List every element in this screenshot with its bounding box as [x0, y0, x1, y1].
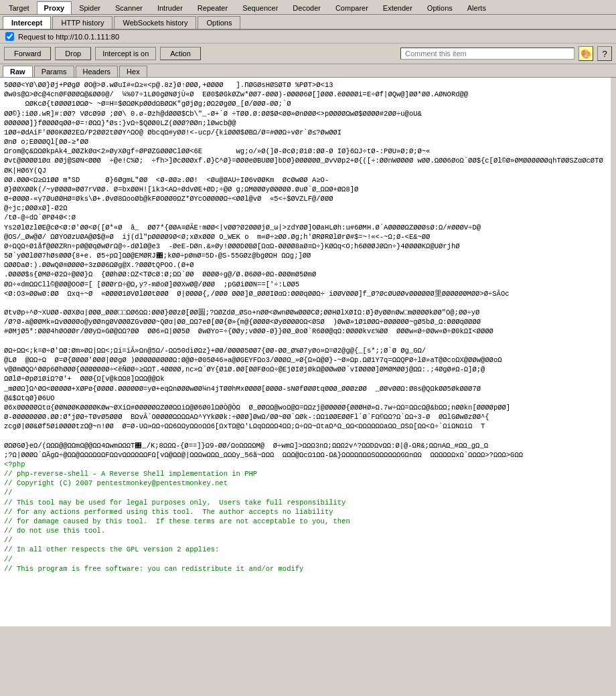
- action-button[interactable]: Action: [160, 47, 201, 60]
- request-body-container: 5ØØØ<YØ\ØØ}Øj+PØgØ ØO@>Ø.wØuI#«Ω≥«<p@.8z…: [0, 78, 616, 626]
- main-menu-bar: Target Proxy Spider Scanner Intruder Rep…: [0, 0, 616, 15]
- drop-button[interactable]: Drop: [55, 47, 91, 60]
- viewtab-headers[interactable]: Headers: [76, 66, 119, 77]
- request-label: Request to http://10.0.1.111:80: [18, 33, 119, 41]
- tab-comparer[interactable]: Comparer: [328, 1, 376, 14]
- tab-proxy[interactable]: Proxy: [37, 1, 72, 14]
- toolbar: Forward Drop Intercept is on Action 🎨 ?: [0, 44, 616, 64]
- tab-target[interactable]: Target: [1, 1, 37, 14]
- tab-extender[interactable]: Extender: [376, 1, 420, 14]
- tab-options[interactable]: Options: [420, 1, 460, 14]
- subtab-websockets-history[interactable]: WebSockets history: [114, 16, 196, 29]
- highlight-button[interactable]: 🎨: [579, 46, 593, 61]
- subtab-intercept[interactable]: Intercept: [3, 16, 51, 29]
- tab-spider[interactable]: Spider: [72, 1, 108, 14]
- intercept-checkbox[interactable]: [5, 32, 14, 41]
- request-body[interactable]: 5ØØØ<YØ\ØØ}Øj+PØgØ ØO@>Ø.wØuI#«Ω≥«<p@.8z…: [0, 78, 616, 626]
- view-tab-bar: Raw Params Headers Hex: [0, 64, 616, 78]
- sub-tab-bar: Intercept HTTP history WebSockets histor…: [0, 15, 616, 30]
- tab-repeater[interactable]: Repeater: [190, 1, 235, 14]
- intercept-toggle-button[interactable]: Intercept is on: [95, 47, 156, 60]
- viewtab-params[interactable]: Params: [34, 66, 74, 77]
- tab-intruder[interactable]: Intruder: [150, 1, 190, 14]
- tab-scanner[interactable]: Scanner: [108, 1, 150, 14]
- tab-decoder[interactable]: Decoder: [285, 1, 328, 14]
- comment-input[interactable]: [400, 48, 574, 60]
- subtab-options[interactable]: Options: [198, 16, 240, 29]
- subtab-http-history[interactable]: HTTP history: [52, 16, 112, 29]
- tab-sequencer[interactable]: Sequencer: [235, 1, 285, 14]
- tab-alerts[interactable]: Alerts: [460, 1, 493, 14]
- viewtab-hex[interactable]: Hex: [119, 66, 147, 77]
- viewtab-raw[interactable]: Raw: [3, 66, 33, 77]
- forward-button[interactable]: Forward: [4, 47, 51, 60]
- help-button[interactable]: ?: [597, 46, 612, 61]
